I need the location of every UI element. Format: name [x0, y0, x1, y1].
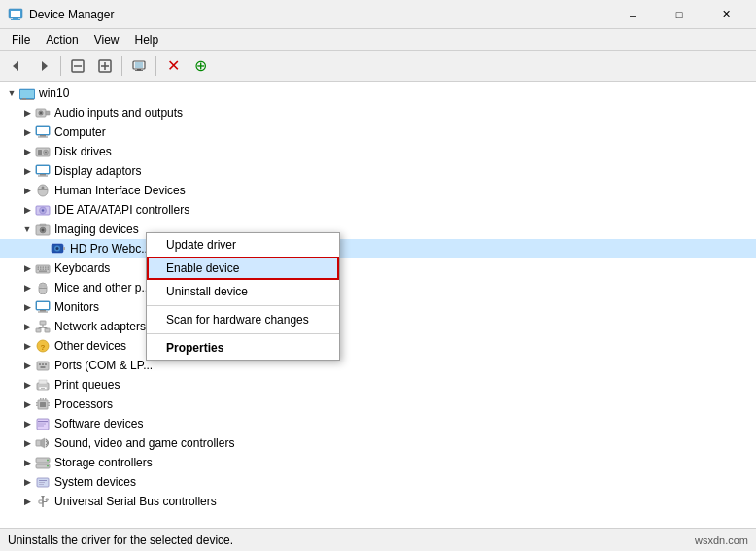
- menu-action[interactable]: Action: [38, 31, 86, 49]
- svg-rect-36: [38, 189, 48, 190]
- system-icon: [35, 474, 51, 490]
- keyboards-icon: [35, 260, 51, 276]
- tree-item-software[interactable]: ▶ Software devices: [0, 414, 756, 433]
- network-icon: [35, 319, 51, 334]
- toolbar-collapse[interactable]: [65, 53, 90, 79]
- svg-rect-92: [40, 398, 42, 400]
- svg-rect-94: [45, 398, 47, 400]
- tree-item-ports[interactable]: ▶ Ports (COM & LP...: [0, 356, 756, 375]
- svg-rect-42: [40, 224, 46, 226]
- expand-imaging[interactable]: ▼: [19, 222, 35, 237]
- svg-rect-67: [40, 310, 46, 312]
- tree-item-other[interactable]: ▶ ? Other devices: [0, 336, 756, 356]
- tree-item-display[interactable]: ▶ Display adaptors: [0, 161, 756, 181]
- svg-rect-93: [43, 398, 45, 400]
- watermark: wsxdn.com: [695, 534, 748, 546]
- svg-rect-33: [40, 174, 46, 176]
- tree-item-usb[interactable]: ▶ Universal Serial Bus controllers: [0, 492, 756, 511]
- expand-display[interactable]: ▶: [19, 163, 35, 179]
- toolbar: ✕ ⊕: [0, 51, 756, 82]
- svg-rect-108: [39, 484, 44, 485]
- tree-item-keyboards[interactable]: ▶ Keyboards: [0, 258, 756, 278]
- tree-item-sound[interactable]: ▶ Sound, video and game controllers: [0, 433, 756, 453]
- toolbar-delete[interactable]: ✕: [160, 53, 186, 79]
- menu-view[interactable]: View: [86, 31, 127, 49]
- tree-item-mice[interactable]: ▶ Mice and other p...: [0, 278, 756, 297]
- toolbar-sep-1: [60, 56, 61, 76]
- tree-item-storage[interactable]: ▶ Storage controllers: [0, 453, 756, 472]
- context-menu-enable[interactable]: Enable device: [147, 257, 339, 280]
- expand-sound[interactable]: ▶: [19, 435, 35, 451]
- tree-item-computer[interactable]: ▶ Computer: [0, 122, 756, 142]
- tree-item-audio[interactable]: ▶ Audio inputs and outputs: [0, 103, 756, 122]
- tree-item-hdwebcam[interactable]: ▶ HD Pro Webc...: [0, 239, 756, 258]
- expand-root[interactable]: ▼: [4, 86, 19, 101]
- minimize-button[interactable]: –: [610, 0, 655, 29]
- svg-rect-58: [45, 269, 47, 270]
- toolbar-forward[interactable]: [31, 53, 56, 79]
- context-menu-update[interactable]: Update driver: [147, 233, 339, 257]
- audio-icon: [35, 105, 51, 121]
- close-button[interactable]: ✕: [704, 0, 748, 29]
- tree-root[interactable]: ▼ win10: [0, 84, 756, 103]
- maximize-button[interactable]: □: [657, 0, 702, 29]
- imaging-icon: [35, 222, 51, 237]
- monitors-label: Monitors: [54, 300, 99, 314]
- tree-item-print[interactable]: ▶ Print queues: [0, 375, 756, 395]
- svg-rect-3: [11, 19, 20, 20]
- toolbar-device[interactable]: [126, 53, 152, 79]
- context-menu-uninstall[interactable]: Uninstall device: [147, 280, 339, 303]
- svg-rect-79: [42, 363, 44, 365]
- svg-rect-14: [135, 70, 143, 71]
- context-menu-scan[interactable]: Scan for hardware changes: [147, 308, 339, 331]
- expand-ide[interactable]: ▶: [19, 202, 35, 218]
- expand-mice[interactable]: ▶: [19, 280, 35, 295]
- expand-computer[interactable]: ▶: [19, 124, 35, 140]
- menu-file[interactable]: File: [4, 31, 38, 49]
- expand-network[interactable]: ▶: [19, 319, 35, 334]
- expand-print[interactable]: ▶: [19, 377, 35, 393]
- svg-rect-16: [20, 90, 34, 98]
- tree-item-imaging[interactable]: ▼ Imaging devices: [0, 220, 756, 239]
- tree-item-disk[interactable]: ▶ Disk drives: [0, 142, 756, 161]
- expand-monitors[interactable]: ▶: [19, 299, 35, 315]
- menu-help[interactable]: Help: [127, 31, 167, 49]
- tree-item-system[interactable]: ▶ System devices: [0, 472, 756, 492]
- svg-rect-52: [43, 267, 45, 268]
- expand-keyboards[interactable]: ▶: [19, 260, 35, 276]
- svg-rect-26: [38, 137, 48, 138]
- expand-audio[interactable]: ▶: [19, 105, 35, 121]
- other-icon: ?: [35, 338, 51, 354]
- tree-item-ide[interactable]: ▶ IDE ATA/ATAPI controllers: [0, 200, 756, 220]
- expand-ports[interactable]: ▶: [19, 358, 35, 373]
- svg-rect-96: [38, 421, 48, 422]
- display-label: Display adaptors: [54, 164, 141, 178]
- svg-rect-18: [20, 99, 34, 100]
- context-menu-properties[interactable]: Properties: [147, 336, 339, 360]
- toolbar-back[interactable]: [4, 53, 29, 79]
- svg-rect-50: [38, 267, 40, 268]
- expand-usb[interactable]: ▶: [19, 494, 35, 509]
- svg-point-104: [47, 465, 49, 467]
- expand-processors[interactable]: ▶: [19, 396, 35, 412]
- toolbar-add[interactable]: ⊕: [188, 53, 213, 79]
- tree-item-network[interactable]: ▶ Network adapters: [0, 317, 756, 336]
- expand-disk[interactable]: ▶: [19, 144, 35, 159]
- expand-storage[interactable]: ▶: [19, 455, 35, 470]
- tree-item-monitors[interactable]: ▶ Monitors: [0, 297, 756, 317]
- menu-bar: File Action View Help: [0, 29, 756, 51]
- toolbar-expand[interactable]: [92, 53, 118, 79]
- expand-hid[interactable]: ▶: [19, 183, 35, 198]
- svg-rect-54: [48, 267, 50, 268]
- expand-other[interactable]: ▶: [19, 338, 35, 354]
- tree-item-processors[interactable]: ▶ Processors: [0, 395, 756, 414]
- tree-item-hid[interactable]: ▶ Human Interface Devices: [0, 181, 756, 200]
- expand-software[interactable]: ▶: [19, 416, 35, 431]
- tree-view[interactable]: ▼ win10 ▶ Audi: [0, 82, 756, 528]
- svg-rect-57: [43, 269, 45, 270]
- svg-point-37: [42, 187, 45, 189]
- svg-rect-66: [37, 302, 49, 309]
- computer-label: Computer: [54, 125, 106, 139]
- svg-rect-89: [36, 405, 38, 407]
- expand-system[interactable]: ▶: [19, 474, 35, 490]
